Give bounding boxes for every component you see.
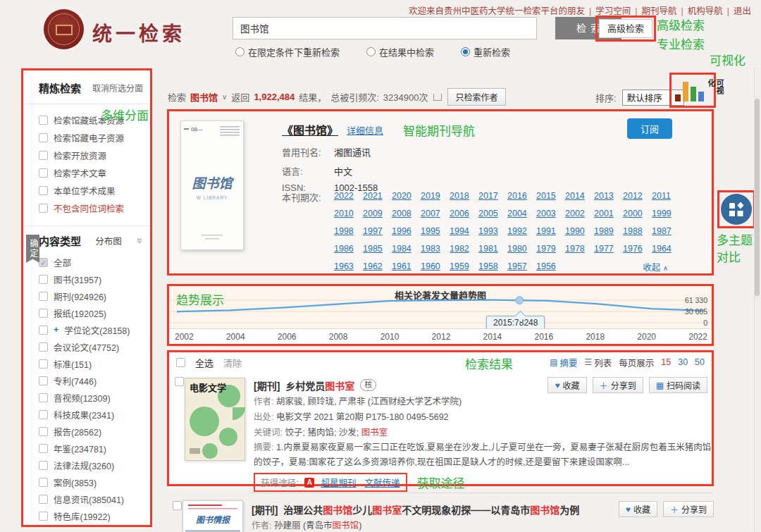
content-type-item[interactable]: 期刊(924926) <box>23 287 150 304</box>
issue-year-link[interactable]: 2018 <box>450 187 478 205</box>
visualization-bars-icon[interactable] <box>683 82 688 101</box>
checkbox-icon[interactable] <box>39 359 48 369</box>
issue-year-link[interactable]: 2014 <box>565 187 594 205</box>
issue-year-link[interactable]: 2019 <box>421 187 450 205</box>
double-chevron-down-icon[interactable]: » <box>134 237 146 243</box>
issue-year-link[interactable]: 2000 <box>623 205 652 223</box>
content-type-item[interactable]: 报告(28562) <box>23 423 150 440</box>
issue-year-link[interactable]: 2007 <box>421 205 450 223</box>
checkbox-icon[interactable] <box>39 133 48 142</box>
checkbox-icon[interactable] <box>39 309 48 318</box>
checkbox-icon[interactable] <box>39 495 48 504</box>
result-checkbox[interactable] <box>173 501 182 510</box>
clear-facets-link[interactable]: 取消所选分面 <box>92 82 143 94</box>
issue-year-link[interactable]: 1979 <box>536 240 565 258</box>
issue-year-link[interactable]: 2016 <box>507 187 536 205</box>
list-view-button[interactable]: ☰ 列表 <box>584 356 612 369</box>
clear-selection-link[interactable]: 清除 <box>223 356 242 369</box>
issue-year-link[interactable]: 1964 <box>652 240 681 258</box>
issue-year-link[interactable]: 1978 <box>565 240 594 258</box>
issue-year-link[interactable]: 1991 <box>536 223 565 240</box>
search-mode-radio[interactable]: 在结果中检索 <box>366 45 434 58</box>
author-only-button[interactable]: 只检索作者 <box>447 88 505 106</box>
checkbox-icon[interactable] <box>39 151 48 160</box>
content-type-item[interactable]: ✓全部 <box>23 254 150 271</box>
issue-year-link[interactable]: 2011 <box>652 187 681 205</box>
issue-year-link[interactable]: 1959 <box>450 258 478 276</box>
subscribe-button[interactable]: 订阅 <box>627 118 672 139</box>
issue-year-link[interactable]: 2022 <box>334 187 363 205</box>
issue-year-link[interactable]: 1992 <box>507 223 536 240</box>
checkbox-icon[interactable] <box>39 444 48 453</box>
result-checkbox[interactable] <box>175 377 184 386</box>
issue-year-link[interactable]: 1984 <box>392 240 421 258</box>
top-nav-link[interactable]: 机构导航 <box>688 6 723 16</box>
access-link[interactable]: 文献传递 <box>365 478 400 488</box>
issue-year-link[interactable]: 1958 <box>478 258 507 276</box>
issue-year-link[interactable]: 2021 <box>363 187 392 205</box>
abstract-view-button[interactable]: ▤ 摘要 <box>550 356 577 369</box>
confirm-tab[interactable]: 确定 <box>26 235 39 263</box>
search-input[interactable] <box>233 17 537 39</box>
issue-year-link[interactable]: 1981 <box>478 240 507 258</box>
issue-year-link[interactable]: 2003 <box>536 205 565 223</box>
result-title-link[interactable]: 治理公共图书馆少儿图书室不文明现象初探——以青岛市图书馆为例 <box>283 502 579 516</box>
journal-cover-thumbnail[interactable]: 电影文学 <box>185 378 245 461</box>
issue-year-link[interactable]: 2008 <box>392 205 421 223</box>
share-button[interactable]: ＋分享到 <box>593 377 643 393</box>
content-type-item[interactable]: 特色库(19922) <box>23 507 150 524</box>
issue-year-link[interactable]: 2012 <box>623 187 652 205</box>
journal-detail-link[interactable]: 详细信息 <box>347 123 383 137</box>
issue-year-link[interactable]: 2017 <box>478 187 507 205</box>
issue-year-link[interactable]: 2015 <box>536 187 565 205</box>
top-nav-link[interactable]: 退出 <box>734 6 751 16</box>
issue-year-link[interactable]: 1960 <box>421 258 450 276</box>
issue-year-link[interactable]: 1999 <box>652 205 681 223</box>
issue-year-link[interactable]: 2001 <box>594 205 623 223</box>
chevron-down-icon[interactable]: ∨ <box>222 93 227 101</box>
issue-year-link[interactable]: 1983 <box>421 240 450 258</box>
content-type-item[interactable]: 信息资讯(385041) <box>23 490 150 507</box>
scrollbar-thumb[interactable] <box>755 99 760 296</box>
per-page-option[interactable]: 50 <box>695 357 705 367</box>
advanced-search-button[interactable]: 高级检索 <box>599 19 652 38</box>
checkbox-icon[interactable]: ✓ <box>39 258 48 267</box>
checkbox-icon[interactable] <box>39 410 48 419</box>
select-all-label[interactable]: 全选 <box>195 356 214 369</box>
journal-title-link[interactable]: 《图书馆》 <box>282 121 338 138</box>
visualization-bars-icon[interactable] <box>691 87 696 101</box>
issue-year-link[interactable]: 1985 <box>363 240 392 258</box>
checkbox-icon[interactable] <box>39 427 48 436</box>
expand-plus-icon[interactable]: + <box>54 325 58 335</box>
visualization-bars-icon[interactable] <box>698 92 704 101</box>
issue-year-link[interactable]: 2006 <box>450 205 478 223</box>
multi-topic-compare-icon[interactable] <box>721 194 752 225</box>
issue-year-link[interactable]: 1998 <box>334 223 363 240</box>
issue-year-link[interactable]: 2002 <box>565 205 594 223</box>
collapse-link[interactable]: 收起 ∧ <box>643 260 668 273</box>
checkbox-icon[interactable] <box>39 204 48 213</box>
per-page-option[interactable]: 30 <box>678 357 688 367</box>
content-type-item[interactable]: 年鉴(234781) <box>23 440 150 457</box>
issue-year-link[interactable]: 2013 <box>594 187 623 205</box>
checkbox-icon[interactable] <box>39 186 48 195</box>
issue-year-link[interactable]: 1961 <box>392 258 421 276</box>
issue-year-link[interactable]: 2010 <box>334 205 363 223</box>
access-link[interactable]: 超星期刊 <box>321 478 356 488</box>
issue-year-link[interactable]: 1997 <box>363 223 392 240</box>
visualization-label[interactable]: 可视化 <box>707 79 724 101</box>
refine-checkbox-item[interactable]: 检索馆藏电子资源 <box>23 129 150 147</box>
checkbox-icon[interactable] <box>39 461 48 470</box>
issue-year-link[interactable]: 1963 <box>334 258 363 276</box>
issue-year-link[interactable]: 2020 <box>392 187 421 205</box>
select-all-checkbox[interactable] <box>176 358 185 367</box>
issue-year-link[interactable]: 1986 <box>334 240 363 258</box>
issue-year-link[interactable]: 2005 <box>478 205 507 223</box>
journal-cover-thumbnail[interactable]: 图书情报 <box>182 500 243 532</box>
refine-checkbox-item[interactable]: 检索开放资源 <box>23 147 150 164</box>
checkbox-icon[interactable] <box>39 478 48 487</box>
top-nav-link[interactable]: 期刊导航 <box>641 6 676 16</box>
issue-year-link[interactable]: 1956 <box>536 258 565 276</box>
content-type-item[interactable]: 专利(7446) <box>23 372 150 389</box>
result-title-link[interactable]: 乡村党员图书室 <box>285 378 354 392</box>
